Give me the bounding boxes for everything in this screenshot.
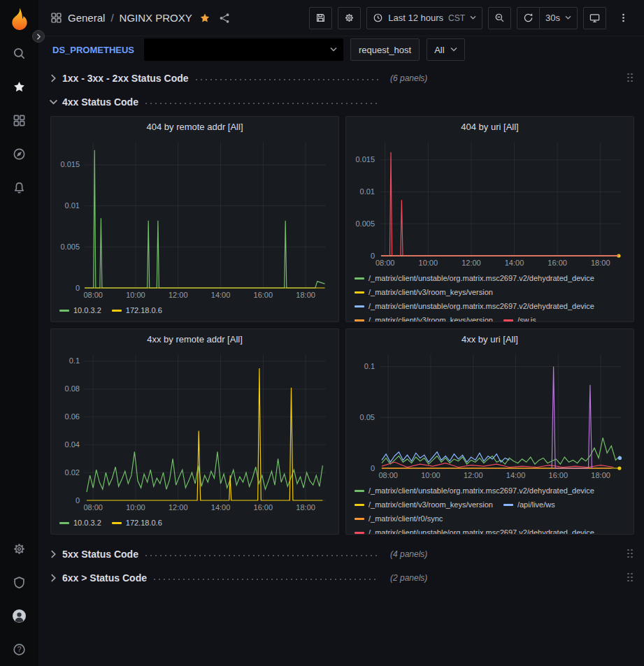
timeseries-chart: 08:0010:0012:0014:0016:0018:0000.020.040…	[55, 349, 334, 514]
panel-title[interactable]: 4xx by remote addr [All]	[51, 329, 338, 349]
row-1xx-3xx-2xx[interactable]: 1xx - 3xx - 2xx Status Code (6 panels)	[50, 68, 634, 88]
panel-title-text: 404 by uri [All]	[461, 122, 518, 132]
sidebar-item-explore[interactable]	[0, 137, 38, 171]
clock-icon	[373, 13, 383, 23]
row-drag-handle[interactable]	[627, 73, 634, 84]
chart-4xx-by-remote-addr[interactable]: 08:0010:0012:0014:0016:0018:0000.020.040…	[55, 349, 334, 514]
svg-text:18:00: 18:00	[296, 291, 315, 299]
apps-grid-icon	[50, 12, 62, 24]
sidebar-item-server-admin[interactable]	[0, 565, 38, 599]
zoom-out-icon	[494, 13, 505, 23]
svg-text:08:00: 08:00	[378, 471, 398, 479]
panel-title-text: 4xx by uri [All]	[461, 334, 518, 345]
cycle-view-mode-button[interactable]	[583, 7, 606, 29]
svg-text:0.08: 0.08	[65, 384, 80, 393]
row-6xx[interactable]: 6xx > Status Code (2 panels)	[50, 568, 634, 588]
sidebar-item-configuration[interactable]	[0, 532, 38, 565]
datasource-variable-label[interactable]: DS_PROMETHEUS	[50, 45, 137, 55]
time-range-picker[interactable]: Last 12 hours CST	[366, 7, 482, 29]
sidebar-expand-button[interactable]	[32, 30, 45, 43]
row-title: 5xx Status Code	[62, 549, 138, 560]
chart-4xx-by-uri[interactable]: 08:0010:0012:0014:0016:0018:0000.050.1	[350, 349, 629, 482]
refresh-icon	[523, 13, 534, 23]
legend-label: 10.0.3.2	[73, 516, 101, 530]
row-drag-handle[interactable]	[627, 549, 634, 560]
share-dashboard-button[interactable]	[217, 11, 231, 25]
panel-legend: /_matrix/client/unstable/org.matrix.msc2…	[346, 270, 634, 321]
row-title: 6xx > Status Code	[62, 572, 147, 584]
sidebar-item-favorites[interactable]	[0, 70, 38, 103]
sidebar-item-dashboards[interactable]	[0, 103, 38, 137]
legend-item[interactable]: /_matrix/client/unstable/org.matrix.msc2…	[355, 484, 594, 498]
topbar-menu-button[interactable]	[612, 7, 634, 29]
refresh-interval-dropdown[interactable]: 30s	[539, 7, 578, 29]
request-host-value: All	[434, 45, 444, 55]
row-drag-handle[interactable]	[627, 573, 634, 584]
svg-text:0.015: 0.015	[60, 160, 80, 168]
compass-icon	[13, 147, 26, 161]
svg-text:08:00: 08:00	[83, 291, 103, 299]
chart-404-by-uri[interactable]: 08:0010:0012:0014:0016:0018:0000.0050.01…	[350, 136, 629, 270]
chevron-down-icon	[330, 47, 337, 52]
legend-item[interactable]: 172.18.0.6	[112, 303, 162, 317]
grafana-logo[interactable]	[0, 0, 38, 36]
sidebar-item-alerting[interactable]	[0, 171, 38, 204]
row-panel-count: (6 panels)	[390, 73, 427, 83]
refresh-button[interactable]	[517, 7, 540, 29]
dashboard-title[interactable]: NGINX PROXY	[120, 12, 192, 24]
grafana-flame-icon	[8, 6, 31, 30]
legend-item[interactable]: 172.18.0.6	[112, 516, 162, 530]
legend-item[interactable]: /_matrix/client/r0/sync	[355, 512, 443, 526]
panel-404-by-uri: 404 by uri [All] 08:0010:0012:0014:0016:…	[345, 116, 634, 322]
chevron-down-icon	[470, 15, 476, 20]
panel-title[interactable]: 404 by remote addr [All]	[51, 117, 338, 136]
panel-title[interactable]: 404 by uri [All]	[346, 117, 634, 136]
row-title: 4xx Status Code	[62, 96, 138, 108]
dashboards-grid-icon	[13, 114, 26, 127]
zoom-out-button[interactable]	[488, 7, 511, 29]
chart-404-by-remote-addr[interactable]: 08:0010:0012:0014:0016:0018:0000.0050.01…	[55, 136, 334, 302]
row-dotted-leader	[145, 555, 379, 556]
legend-item[interactable]: /api/live/ws	[503, 498, 555, 512]
chevron-right-icon	[50, 574, 57, 582]
datasource-variable-select[interactable]	[144, 38, 343, 61]
breadcrumb-section[interactable]: General	[68, 12, 105, 24]
legend-item[interactable]: /_matrix/client/v3/room_keys/version	[355, 498, 493, 512]
svg-text:0.06: 0.06	[65, 412, 80, 421]
legend-label: /api/live/ws	[517, 498, 555, 512]
legend-item[interactable]: 10.0.3.2	[59, 303, 101, 317]
legend-item[interactable]: /_matrix/client/v3/room_keys/version	[355, 285, 493, 299]
svg-text:18:00: 18:00	[591, 259, 610, 267]
legend-item[interactable]: /_matrix/client/v3/room_keys/version	[355, 313, 493, 321]
sidebar-nav-top	[0, 36, 38, 204]
panel-title[interactable]: 4xx by uri [All]	[346, 329, 634, 349]
favorite-star-button[interactable]	[198, 11, 212, 25]
row-title: 1xx - 3xx - 2xx Status Code	[62, 73, 189, 84]
sidebar-item-profile[interactable]	[0, 599, 38, 632]
svg-text:14:00: 14:00	[211, 291, 231, 299]
panel-title-text: 4xx by remote addr [All]	[147, 334, 243, 345]
legend-item[interactable]: 10.0.3.2	[59, 516, 101, 530]
legend-item[interactable]: /sw.js	[503, 313, 536, 321]
request-host-variable-select[interactable]: All	[427, 38, 464, 61]
svg-text:0.005: 0.005	[60, 242, 80, 251]
legend-label: /_matrix/client/v3/room_keys/version	[368, 313, 493, 321]
breadcrumb-separator: /	[110, 12, 113, 24]
dashboard-content: 1xx - 3xx - 2xx Status Code (6 panels) 4…	[38, 63, 644, 666]
dashboard-settings-button[interactable]	[338, 7, 361, 29]
save-dashboard-button[interactable]	[309, 7, 332, 29]
legend-item[interactable]: /_matrix/client/unstable/org.matrix.msc2…	[355, 299, 594, 313]
row-5xx[interactable]: 5xx Status Code (4 panels)	[50, 544, 634, 564]
legend-item[interactable]: /_matrix/client/unstable/org.matrix.msc2…	[355, 526, 594, 534]
legend-item[interactable]: /_matrix/client/unstable/org.matrix.msc2…	[355, 271, 594, 285]
topbar-actions: Last 12 hours CST 30s	[309, 7, 634, 29]
timezone-label: CST	[448, 13, 465, 23]
sidebar-item-search[interactable]	[0, 36, 38, 70]
row-4xx[interactable]: 4xx Status Code	[50, 92, 634, 112]
svg-text:0: 0	[371, 252, 375, 260]
svg-text:14:00: 14:00	[506, 471, 526, 479]
panel-legend: /_matrix/client/unstable/org.matrix.msc2…	[346, 482, 634, 534]
svg-text:0.01: 0.01	[360, 187, 375, 196]
svg-text:12:00: 12:00	[461, 259, 481, 267]
sidebar-item-help[interactable]: ?	[0, 632, 38, 666]
